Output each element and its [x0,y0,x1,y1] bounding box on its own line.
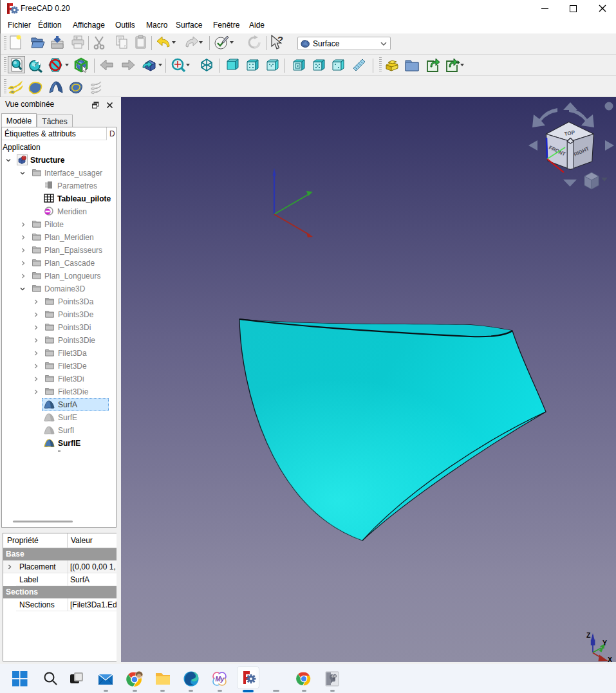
svg-text:X: X [608,656,612,662]
svg-text:Z: Z [586,631,591,639]
svg-text:Y: Y [602,639,607,647]
svg-text:?: ? [277,35,283,45]
svg-text:My: My [216,676,225,683]
